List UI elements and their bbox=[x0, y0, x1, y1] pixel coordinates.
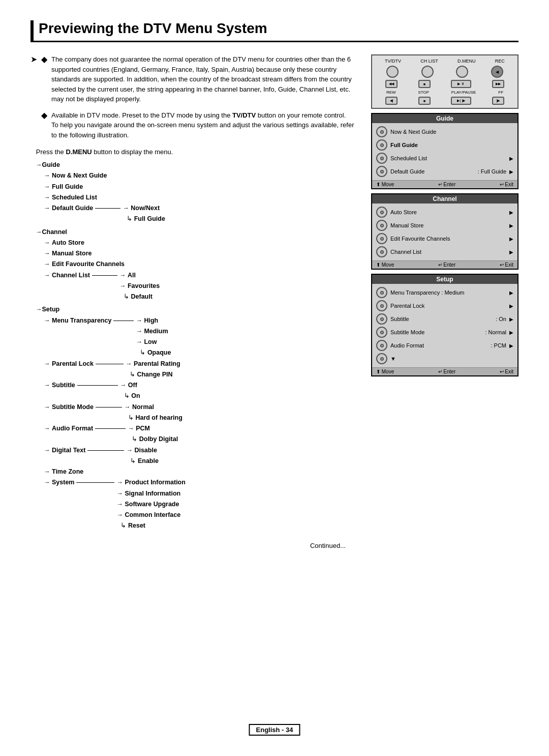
remote-btn-tvdtv[interactable] bbox=[386, 66, 399, 78]
remote-btn-prev[interactable]: ◀| bbox=[385, 97, 398, 105]
pl-sub-2: ↳ Change PIN bbox=[130, 369, 180, 380]
channel-connector-line bbox=[92, 275, 117, 276]
setup-label: Setup bbox=[42, 304, 60, 315]
setup-parental-sub: → Parental Rating ↳ Change PIN bbox=[126, 359, 180, 381]
remote-btn-stop[interactable]: ■ bbox=[418, 80, 431, 88]
guide-connector-line bbox=[95, 208, 120, 209]
setup-audio-left: → Audio Format bbox=[44, 423, 93, 434]
diamond-icon-2: ◆ bbox=[41, 110, 47, 120]
setup-submode-label: Subtitle Mode bbox=[52, 403, 94, 411]
setup-system-left: → System bbox=[44, 477, 74, 488]
remote-btn-ff[interactable]: ▶▶ bbox=[492, 80, 504, 88]
guide-row: → Guide bbox=[36, 160, 356, 170]
guide-item-1-label: Now & Next Guide bbox=[52, 172, 107, 179]
setup-panel: Setup ⚙ Menu Transparency : Medium ▶ ⚙ P… bbox=[371, 274, 518, 376]
channel-footer-exit: ↩ Exit bbox=[500, 262, 513, 268]
dt-sub-2-label: Enable bbox=[138, 457, 159, 464]
sm-sub-1-label: Normal bbox=[132, 403, 154, 411]
dt-connector bbox=[87, 450, 124, 451]
setup-submode-sub: → Normal ↳ Hard of hearing bbox=[124, 402, 182, 424]
sys-sub-2: → Signal Information bbox=[116, 488, 185, 499]
setup-arrow: → bbox=[36, 304, 42, 315]
channel-panel-body: ⚙ Auto Store ▶ ⚙ Manual Store ▶ ⚙ Edit F… bbox=[372, 203, 517, 260]
remote-btn-rec[interactable]: ◀ bbox=[491, 66, 503, 78]
channel-panel-header: Channel bbox=[372, 194, 517, 203]
bullet-text-2: Available in DTV mode. Preset to the DTV… bbox=[51, 110, 356, 140]
menu-tree: → Guide → Now & Next Guide → Full Guide … bbox=[30, 160, 356, 532]
guide-items: → Now & Next Guide → Full Guide → Schedu… bbox=[44, 170, 356, 224]
setup-panel-label-5: ▼ bbox=[390, 356, 513, 362]
channel-label: Channel bbox=[42, 227, 67, 238]
setup-digital-sub: → Disable ↳ Enable bbox=[126, 445, 158, 467]
channel-sub-1-label: All bbox=[128, 272, 136, 279]
bullet-item-1: ➤ ◆ The company does not guarantee the n… bbox=[30, 54, 356, 104]
setup-panel-arrow-4: ▶ bbox=[509, 343, 513, 348]
mt-connector bbox=[113, 321, 134, 321]
setup-panel-body: ⚙ Menu Transparency : Medium ▶ ⚙ Parenta… bbox=[372, 284, 517, 367]
page-number: English - 34 bbox=[249, 724, 300, 736]
sys-connector bbox=[76, 482, 114, 483]
guide-panel-row-2: ⚙ Scheduled List ▶ bbox=[376, 152, 513, 165]
channel-panel-label-0: Auto Store bbox=[390, 209, 506, 215]
setup-footer-move: ⬆ Move bbox=[376, 369, 394, 374]
guide-item-3-label: Scheduled List bbox=[52, 194, 97, 201]
setup-panel-icon-1: ⚙ bbox=[376, 300, 387, 311]
bullet-section: ➤ ◆ The company does not guarantee the n… bbox=[30, 54, 356, 140]
dt-sub-1-label: Disable bbox=[134, 447, 157, 454]
setup-parental-label: Parental Lock bbox=[52, 360, 94, 367]
setup-digital-label: Digital Text bbox=[52, 447, 85, 454]
channel-sub-2: → Favourites bbox=[119, 281, 160, 292]
remote-btn-playpause[interactable]: ▶ ⏸ bbox=[451, 80, 471, 88]
mt-sub-4-label: Opaque bbox=[147, 349, 171, 356]
channel-item-1: → Auto Store bbox=[44, 238, 356, 248]
channel-panel-icon-0: ⚙ bbox=[376, 207, 387, 218]
channel-panel-label-1: Manual Store bbox=[390, 222, 506, 228]
remote-btn-rew[interactable]: ◀◀ bbox=[385, 80, 398, 88]
left-column: ➤ ◆ The company does not guarantee the n… bbox=[30, 54, 356, 549]
channel-items: → Auto Store → Manual Store → Edit Favou… bbox=[44, 238, 356, 303]
channel-panel-row-2: ⚙ Edit Favourite Channels ▶ bbox=[376, 232, 513, 245]
mt-sub-3-label: Low bbox=[144, 338, 157, 345]
channel-sub-3: ↳ Default bbox=[124, 292, 160, 302]
mt-sub-2-label: Medium bbox=[144, 328, 168, 335]
channel-arrow: → bbox=[36, 227, 42, 238]
guide-panel-label-1: Full Guide bbox=[390, 142, 513, 148]
channel-panel-row-3: ⚙ Channel List ▶ bbox=[376, 245, 513, 258]
setup-panel-arrow-1: ▶ bbox=[509, 303, 513, 309]
guide-panel-row-1: ⚙ Full Guide bbox=[376, 138, 513, 152]
guide-panel-footer: ⬆ Move ↵ Enter ↩ Exit bbox=[372, 180, 517, 188]
remote-control-box: TV/DTV CH LIST D.MENU REC ◀ ◀◀ ■ ▶ ⏸ ▶▶ bbox=[371, 54, 518, 109]
channel-row: → Channel bbox=[36, 227, 356, 238]
diamond-icon-1: ◆ bbox=[41, 54, 47, 64]
guide-panel-value-3: : Full Guide bbox=[478, 168, 506, 175]
mt-sub-4: ↳ Opaque bbox=[140, 347, 171, 358]
remote-label-rew: REW bbox=[386, 90, 396, 95]
setup-panel-header: Setup bbox=[372, 275, 517, 284]
remote-btn-next[interactable]: |▶ bbox=[492, 97, 504, 105]
guide-footer-move: ⬆ Move bbox=[376, 182, 394, 187]
mt-sub-3: → Low bbox=[136, 337, 171, 347]
channel-panel-footer: ⬆ Move ↵ Enter ↩ Exit bbox=[372, 260, 517, 269]
remote-label-chlist: CH LIST bbox=[420, 59, 438, 64]
remote-btn-play[interactable]: ▶| |▶ bbox=[451, 97, 471, 105]
page-container: Previewing the DTV Menu System ➤ ◆ The c… bbox=[0, 0, 549, 756]
bullet-text-1: The company does not guarantee the norma… bbox=[51, 54, 356, 104]
channel-sub-3-label: Default bbox=[131, 293, 152, 300]
channel-panel-arrow-3: ▶ bbox=[509, 249, 513, 255]
remote-btn-dmenu[interactable] bbox=[456, 66, 468, 78]
sm-sub-1: → Normal bbox=[124, 402, 182, 413]
setup-panel-icon-3: ⚙ bbox=[376, 327, 387, 338]
sm-connector bbox=[96, 407, 122, 408]
guide-panel-row-3: ⚙ Default Guide : Full Guide ▶ bbox=[376, 165, 513, 178]
remote-btn-chlist[interactable] bbox=[421, 66, 434, 78]
setup-subtitle-left: → Subtitle bbox=[44, 380, 75, 391]
remote-btn-stop2[interactable]: ■ bbox=[418, 97, 431, 105]
guide-sub-1-label: Now/Next bbox=[131, 205, 160, 212]
sys-sub-4: → Common Interface bbox=[116, 510, 185, 520]
page-title: Previewing the DTV Menu System bbox=[30, 20, 518, 42]
channel-sub-1: → All bbox=[119, 270, 160, 281]
channel-item-4-left: → Channel List bbox=[44, 270, 90, 281]
guide-arrow: → bbox=[36, 160, 42, 170]
af-sub-2-label: Dolby Digital bbox=[139, 435, 178, 443]
guide-item-3: → Scheduled List bbox=[44, 192, 356, 203]
